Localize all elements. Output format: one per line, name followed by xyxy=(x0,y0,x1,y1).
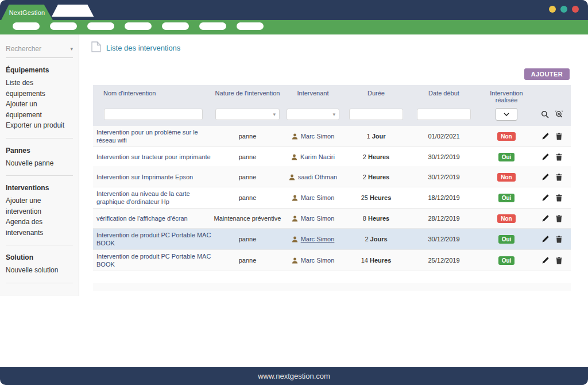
intervention-name-link[interactable]: Intervention pour un problème sur le rés… xyxy=(93,128,214,144)
pencil-icon[interactable] xyxy=(542,236,549,242)
chevron-down-icon: ▾ xyxy=(332,111,335,117)
intervention-name-link[interactable]: Intervention sur Imprimante Epson xyxy=(93,173,214,181)
window-dot-3[interactable] xyxy=(572,6,579,13)
trash-icon[interactable] xyxy=(556,215,562,222)
intervention-nature: Maintenance préventive xyxy=(214,215,281,222)
trash-icon[interactable] xyxy=(556,153,562,161)
intervenant-link[interactable]: Karim Naciri xyxy=(281,153,345,160)
intervention-name-link[interactable]: Intervention de produit PC Portable MAC … xyxy=(93,252,214,268)
sidebar-search-select[interactable]: Rechercher ▾ xyxy=(6,44,73,58)
sidebar-item[interactable]: Ajouter une intervention xyxy=(6,195,73,217)
intervention-nature: panne xyxy=(214,236,281,242)
intervenant-name: Marc Simon xyxy=(301,133,335,140)
sidebar-item[interactable]: Nouvelle solution xyxy=(6,265,73,276)
realisee-cell: Oui xyxy=(480,153,533,161)
filter-nature-select[interactable]: ▾ xyxy=(215,109,280,120)
intervenant-link[interactable]: Marc Simon xyxy=(281,194,345,201)
intervenant-name: Karim Naciri xyxy=(300,153,335,160)
table-body: Intervention pour un problème sur le rés… xyxy=(93,126,571,271)
status-badge: Oui xyxy=(498,256,515,265)
realisee-cell: Oui xyxy=(480,194,533,202)
filter-nom-input[interactable] xyxy=(104,109,203,120)
intervention-date: 30/12/2019 xyxy=(408,236,480,242)
add-intervention-button[interactable]: AJOUTER xyxy=(524,68,570,80)
table-row: Intervention de produit PC Portable MAC … xyxy=(93,229,571,250)
pencil-icon[interactable] xyxy=(542,153,549,160)
brand-tab[interactable]: NextGestion xyxy=(1,5,53,20)
intervention-name-link[interactable]: Intervention de produit PC Portable MAC … xyxy=(93,231,214,247)
brand-label: NextGestion xyxy=(9,9,45,16)
intervenant-link[interactable]: Marc Simon xyxy=(281,215,345,222)
intervention-date: 25/12/2019 xyxy=(408,257,480,264)
intervention-date: 18/12/2019 xyxy=(408,194,480,201)
sidebar-item[interactable]: Liste des équipements xyxy=(6,78,73,99)
intervention-duree: 2 Heures xyxy=(345,153,408,160)
footer: www.nextgestion.com xyxy=(0,367,588,385)
nav-pill-6[interactable] xyxy=(199,22,226,30)
nav-pill-2[interactable] xyxy=(50,22,77,30)
table-column-labels: Nom d'interventionNature de l'interventi… xyxy=(93,90,571,103)
filter-intervenant-select[interactable]: ▾ xyxy=(287,109,339,120)
status-badge: Non xyxy=(497,132,515,141)
intervention-duree: 1 Jour xyxy=(345,133,408,140)
duree-unit: Heures xyxy=(368,153,389,160)
column-header: Intervention réalisée xyxy=(480,90,533,103)
sidebar-item[interactable]: Agenda des intervenants xyxy=(6,217,73,238)
table-row: Intervention de produit PC Portable MAC … xyxy=(93,250,571,271)
intervenant-link[interactable]: saadi Othman xyxy=(281,174,345,180)
intervenant-name: Marc Simon xyxy=(301,257,335,264)
realisee-cell: Oui xyxy=(480,256,533,265)
clear-search-icon[interactable] xyxy=(555,110,563,118)
pencil-icon[interactable] xyxy=(542,257,549,264)
filter-date-input[interactable] xyxy=(417,109,471,120)
trash-icon[interactable] xyxy=(556,257,562,264)
trash-icon[interactable] xyxy=(556,174,562,181)
row-actions xyxy=(533,236,571,243)
duree-unit: Jour xyxy=(372,133,386,140)
intervention-nature: panne xyxy=(214,174,281,180)
nav-pill-3[interactable] xyxy=(87,22,114,30)
intervention-name-link[interactable]: vérification de l'affichage d'écran xyxy=(93,214,214,222)
intervenant-link[interactable]: Marc Simon xyxy=(281,236,345,242)
person-icon xyxy=(292,257,298,264)
table-header: Nom d'interventionNature de l'interventi… xyxy=(93,85,571,126)
pencil-icon[interactable] xyxy=(542,174,549,180)
intervention-name-link[interactable]: Intervention au niveau de la carte graph… xyxy=(93,190,214,206)
nav-pill-1[interactable] xyxy=(13,22,40,30)
sidebar-section-title: Solution xyxy=(6,253,73,261)
column-header: Intervenant xyxy=(281,90,345,103)
filter-duree-input[interactable] xyxy=(349,109,403,120)
sidebar-section: PannesNouvelle panne xyxy=(6,138,73,176)
intervenant-link[interactable]: Marc Simon xyxy=(281,257,345,264)
window-dot-1[interactable] xyxy=(549,6,556,13)
intervention-date: 01/02/2021 xyxy=(408,133,480,140)
interventions-table: Nom d'interventionNature de l'interventi… xyxy=(93,85,571,291)
nav-pill-7[interactable] xyxy=(237,22,264,30)
sidebar-item[interactable]: Ajouter un équipement xyxy=(6,99,73,120)
pencil-icon[interactable] xyxy=(542,194,549,201)
sidebar-item[interactable]: Exporter un produit xyxy=(6,120,73,131)
realisee-cell: Non xyxy=(480,214,533,223)
intervenant-name: Marc Simon xyxy=(301,215,335,222)
sidebar-section: ÉquipementsListe des équipementsAjouter … xyxy=(6,58,73,138)
window-dot-2[interactable] xyxy=(560,6,567,13)
pencil-icon[interactable] xyxy=(542,215,549,222)
search-icon[interactable] xyxy=(541,110,549,118)
nav-pill-4[interactable] xyxy=(125,22,152,30)
document-icon xyxy=(91,41,101,55)
main-panel: Liste des interventions AJOUTER Nom d'in… xyxy=(79,34,588,296)
sidebar-search-placeholder: Rechercher xyxy=(6,45,41,53)
intervention-date: 30/12/2019 xyxy=(408,174,480,180)
person-icon xyxy=(292,215,298,222)
chevron-down-icon: ▾ xyxy=(70,46,73,52)
trash-icon[interactable] xyxy=(556,133,562,140)
nav-pill-5[interactable] xyxy=(162,22,189,30)
intervenant-link[interactable]: Marc Simon xyxy=(281,133,345,140)
trash-icon[interactable] xyxy=(556,194,562,202)
intervention-nature: panne xyxy=(214,257,281,264)
intervention-name-link[interactable]: Intervention sur tracteur pour imprimant… xyxy=(93,153,214,161)
trash-icon[interactable] xyxy=(556,236,562,243)
filter-realisee-select[interactable] xyxy=(496,108,517,121)
sidebar-item[interactable]: Nouvelle panne xyxy=(6,158,73,169)
pencil-icon[interactable] xyxy=(542,133,549,140)
